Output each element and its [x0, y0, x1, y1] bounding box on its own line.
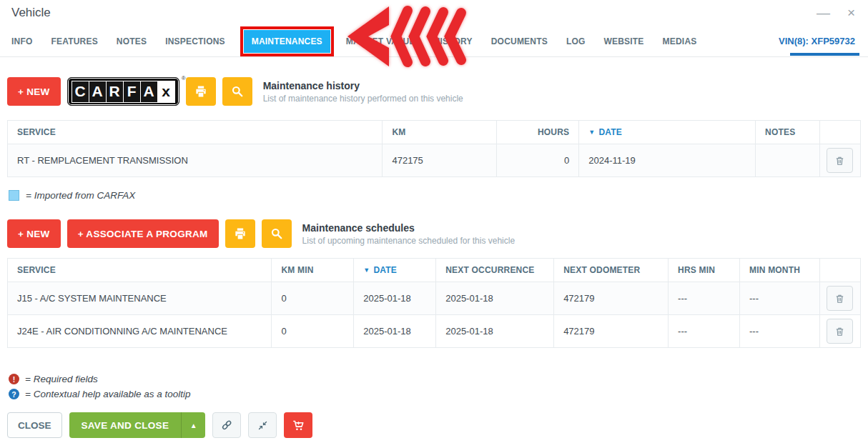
tab-history[interactable]: HISTORY — [434, 36, 473, 46]
history-search-button[interactable] — [222, 77, 252, 106]
delete-row-button[interactable] — [827, 286, 853, 311]
vin-underline — [790, 53, 859, 56]
collapse-button[interactable] — [248, 412, 277, 438]
cell-km-min: 0 — [272, 282, 354, 315]
delete-row-button[interactable] — [827, 148, 853, 173]
tab-log[interactable]: LOG — [566, 36, 586, 46]
save-and-close-button[interactable]: SAVE AND CLOSE — [69, 412, 182, 438]
search-icon — [230, 84, 245, 99]
maintenance-history-table: SERVICE KM HOURS ▼DATE NOTES RT - REMPLA… — [7, 120, 861, 177]
schedules-section-header: + NEW + ASSOCIATE A PROGRAM Maintenance … — [7, 219, 861, 248]
cell-date: 2025-01-18 — [354, 282, 436, 315]
schedules-print-button[interactable] — [225, 219, 255, 248]
column-header-service[interactable]: SERVICE — [8, 121, 383, 144]
column-header-hrs-min[interactable]: HRS MIN — [669, 259, 740, 282]
close-icon[interactable]: × — [847, 6, 855, 19]
link-button[interactable] — [212, 412, 241, 438]
carfax-letter: F — [123, 81, 141, 103]
footer-buttons: CLOSE SAVE AND CLOSE ▲ — [7, 412, 861, 438]
associate-program-button[interactable]: + ASSOCIATE A PROGRAM — [67, 219, 219, 248]
column-header-actions — [819, 259, 860, 282]
cell-min-month: --- — [740, 315, 820, 348]
column-header-date[interactable]: ▼DATE — [354, 259, 436, 282]
schedules-section-title: Maintenance schedules — [302, 222, 516, 234]
column-header-service[interactable]: SERVICE — [8, 259, 272, 282]
column-header-km[interactable]: KM — [383, 121, 497, 144]
history-table-row[interactable]: RT - REMPLACEMENT TRANSMISSION 472175 0 … — [8, 144, 861, 177]
trash-icon — [834, 326, 845, 337]
required-legend-text: = Required fields — [25, 374, 98, 384]
schedules-search-button[interactable] — [262, 219, 292, 248]
cell-service: J24E - AIR CONDITIONNING A/C MAINTENANCE — [8, 315, 272, 348]
close-button[interactable]: CLOSE — [7, 412, 62, 438]
column-header-actions — [819, 121, 860, 144]
tab-inspections[interactable]: INSPECTIONS — [165, 36, 225, 46]
carfax-letter: x — [157, 81, 175, 103]
schedules-table-row[interactable]: J24E - AIR CONDITIONNING A/C MAINTENANCE… — [8, 315, 861, 348]
schedules-new-button[interactable]: + NEW — [7, 219, 61, 248]
tab-website[interactable]: WEBSITE — [604, 36, 644, 46]
cart-icon — [292, 419, 305, 432]
search-icon — [270, 227, 284, 241]
schedules-section-titles: Maintenance schedules List of upcoming m… — [302, 219, 516, 248]
cell-hrs-min: --- — [669, 282, 740, 315]
column-header-min-month[interactable]: MIN MONTH — [740, 259, 820, 282]
window-controls: — × — [817, 6, 855, 19]
column-header-date-label: DATE — [598, 127, 622, 137]
tab-market-value[interactable]: MARKET VALUE — [346, 36, 415, 46]
registered-mark: ® — [182, 75, 186, 81]
tab-info[interactable]: INFO — [11, 36, 32, 46]
tab-maintenances-wrap: MAINTENANCES — [244, 30, 330, 53]
carfax-import-legend: = Imported from CARFAX — [9, 190, 859, 201]
trash-icon — [834, 155, 845, 166]
cell-next-occurrence: 2025-01-18 — [436, 282, 554, 315]
schedules-section-subtitle: List of upcoming maintenance scheduled f… — [302, 236, 516, 246]
sort-desc-icon: ▼ — [588, 129, 595, 136]
trash-icon — [834, 293, 845, 304]
history-section-titles: Maintenance history List of maintenance … — [263, 77, 463, 106]
vin-link[interactable]: VIN(8): XFP59732 — [777, 36, 857, 46]
cell-km: 472175 — [383, 144, 497, 177]
cart-button[interactable] — [284, 412, 312, 438]
tab-bar: INFO FEATURES NOTES INSPECTIONS MAINTENA… — [0, 26, 868, 57]
column-header-km-min[interactable]: KM MIN — [272, 259, 354, 282]
column-header-date[interactable]: ▼DATE — [579, 121, 756, 144]
print-icon — [194, 84, 208, 99]
tab-features[interactable]: FEATURES — [51, 36, 97, 46]
delete-row-button[interactable] — [827, 319, 853, 344]
tab-medias[interactable]: MEDIAS — [663, 36, 697, 46]
column-header-next-occurrence[interactable]: NEXT OCCURRENCE — [436, 259, 554, 282]
tab-notes[interactable]: NOTES — [117, 36, 147, 46]
schedules-table-header-row: SERVICE KM MIN ▼DATE NEXT OCCURRENCE NEX… — [8, 259, 861, 282]
cell-min-month: --- — [740, 282, 820, 315]
link-icon — [220, 419, 233, 432]
carfax-letter: C — [71, 81, 89, 103]
save-split-button: SAVE AND CLOSE ▲ — [69, 412, 206, 438]
minimize-icon[interactable]: — — [817, 6, 830, 19]
carfax-logo[interactable]: C A R F A x ® — [67, 77, 179, 106]
collapse-arrows-icon — [257, 419, 269, 432]
cell-actions — [819, 282, 860, 315]
cell-service: J15 - A/C SYSTEM MAINTENANCE — [8, 282, 272, 315]
cell-date: 2025-01-18 — [354, 315, 436, 348]
tab-maintenances[interactable]: MAINTENANCES — [244, 30, 330, 53]
footer-legends: ! = Required fields ? = Contextual help … — [9, 374, 859, 399]
tab-documents[interactable]: DOCUMENTS — [491, 36, 548, 46]
column-header-hours[interactable]: HOURS — [497, 121, 579, 144]
help-legend-text: = Contextual help available as a tooltip — [25, 389, 191, 399]
history-table-header-row: SERVICE KM HOURS ▼DATE NOTES — [8, 121, 861, 144]
cell-next-occurrence: 2025-01-18 — [436, 315, 554, 348]
vin-label: VIN(8): XFP59732 — [779, 36, 855, 46]
sort-desc-icon: ▼ — [363, 267, 370, 274]
column-header-next-odometer[interactable]: NEXT ODOMETER — [554, 259, 669, 282]
cell-service: RT - REMPLACEMENT TRANSMISSION — [8, 144, 383, 177]
history-print-button[interactable] — [186, 77, 216, 106]
carfax-letter: R — [106, 81, 124, 103]
cell-next-odometer: 472179 — [554, 282, 669, 315]
save-options-caret-button[interactable]: ▲ — [181, 412, 205, 438]
carfax-letter: A — [89, 81, 107, 103]
history-new-button[interactable]: + NEW — [7, 77, 61, 106]
schedules-table-row[interactable]: J15 - A/C SYSTEM MAINTENANCE 0 2025-01-1… — [8, 282, 861, 315]
column-header-notes[interactable]: NOTES — [756, 121, 820, 144]
window-titlebar: Vehicle — × — [0, 0, 868, 26]
